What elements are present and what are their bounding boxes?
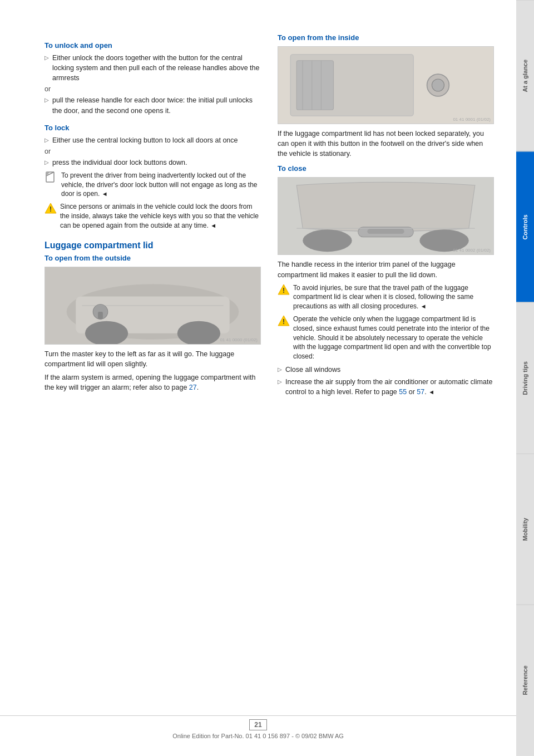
page-number: 21 — [249, 719, 266, 730]
right-column: To open from the inside — [278, 33, 494, 734]
page-note-icon — [44, 171, 57, 183]
sidebar-tab-controls[interactable]: Controls — [516, 151, 534, 303]
close-warning1-end: ◄ — [421, 303, 427, 310]
lock-warning-box: ! Since persons or animals in the vehicl… — [44, 202, 261, 230]
warning-end-mark: ◄ — [210, 222, 216, 229]
bullet-arrow-1: ▷ — [44, 54, 49, 83]
lock-note-text: To prevent the driver from being inadver… — [61, 171, 261, 199]
outside-image: 01 41 0000 (01/02) — [44, 267, 261, 345]
close-warning-1-text: To avoid injuries, be sure that the trav… — [293, 283, 494, 311]
unlock-bullet-1: ▷ Either unlock the doors together with … — [44, 53, 261, 83]
lock-warning-text: Since persons or animals in the vehicle … — [60, 202, 261, 230]
bullet-arrow-4: ▷ — [44, 159, 49, 168]
lock-heading: To lock — [44, 124, 261, 132]
bullet-arrow-5: ▷ — [278, 366, 282, 375]
close-bullet-2: ▷ Increase the air supply from the air c… — [278, 377, 494, 397]
close-warning-2-text: Operate the vehicle only when the luggag… — [293, 315, 494, 361]
lock-bullet-1: ▷ Either use the central locking button … — [44, 135, 261, 145]
svg-point-25 — [303, 230, 352, 252]
svg-point-20 — [432, 79, 444, 91]
warning-icon-3: ! — [278, 315, 290, 361]
warning-icon-2: ! — [278, 283, 290, 311]
lock-or: or — [44, 148, 261, 155]
bullet-arrow-2: ▷ — [44, 96, 49, 115]
unlock-heading: To unlock and open — [44, 41, 261, 50]
page-ref-55[interactable]: 55 — [399, 388, 407, 396]
close-heading: To close — [278, 164, 494, 173]
sidebar-tabs: At a glance Controls Driving tips Mobili… — [516, 0, 534, 756]
luggage-heading: Luggage compartment lid — [44, 240, 261, 251]
image-id-1: 01 41 0000 (01/02) — [220, 337, 258, 342]
close-image: 01 41 0002 (01/02) — [278, 177, 494, 255]
left-column: To unlock and open ▷ Either unlock the d… — [44, 33, 261, 734]
lock-note-box: To prevent the driver from being inadver… — [44, 171, 261, 199]
inside-para: If the luggage compartment lid has not b… — [278, 129, 494, 159]
page-ref-57[interactable]: 57 — [417, 388, 424, 396]
close-bullet-1: ▷ Close all windows — [278, 365, 494, 375]
close-warning-box-2: ! Operate the vehicle only when the lugg… — [278, 315, 494, 361]
close-para: The handle recess in the interior trim p… — [278, 259, 494, 279]
image-id-2: 01 41 0001 (01/02) — [453, 117, 491, 122]
close-warning-box-1: ! To avoid injuries, be sure that the tr… — [278, 283, 494, 311]
warning-icon: ! — [44, 202, 57, 230]
outside-heading: To open from the outside — [44, 254, 261, 262]
inside-heading: To open from the inside — [278, 33, 494, 42]
sidebar-tab-reference[interactable]: Reference — [516, 605, 534, 756]
svg-rect-11 — [98, 312, 103, 319]
lock-bullet-2: ▷ press the individual door lock buttons… — [44, 158, 261, 168]
unlock-bullet-2: ▷ pull the release handle for each door … — [44, 95, 261, 115]
unlock-or: or — [44, 85, 261, 93]
page-ref-27[interactable]: 27 — [189, 384, 197, 391]
outside-para2: If the alarm system is armed, opening th… — [44, 372, 261, 392]
close-end-mark: ◄ — [428, 389, 434, 395]
svg-text:!: ! — [283, 318, 285, 326]
sidebar-tab-mobility[interactable]: Mobility — [516, 454, 534, 605]
svg-text:!: ! — [283, 287, 285, 294]
svg-rect-23 — [367, 229, 404, 234]
lock-end-mark: ◄ — [102, 190, 108, 197]
svg-rect-15 — [296, 61, 333, 110]
svg-text:!: ! — [50, 205, 52, 213]
image-id-3: 01 41 0002 (01/02) — [453, 248, 491, 253]
sidebar-tab-driving-tips[interactable]: Driving tips — [516, 302, 534, 454]
bullet-arrow-6: ▷ — [278, 378, 282, 397]
outside-para1: Turn the master key to the left as far a… — [44, 349, 261, 369]
page-footer: 21 Online Edition for Part-No. 01 41 0 1… — [0, 715, 516, 739]
inside-image: 01 41 0001 (01/02) — [278, 46, 494, 124]
footer-text: Online Edition for Part-No. 01 41 0 156 … — [0, 733, 516, 739]
bullet-arrow-3: ▷ — [44, 136, 49, 145]
sidebar-tab-at-a-glance[interactable]: At a glance — [516, 0, 534, 151]
